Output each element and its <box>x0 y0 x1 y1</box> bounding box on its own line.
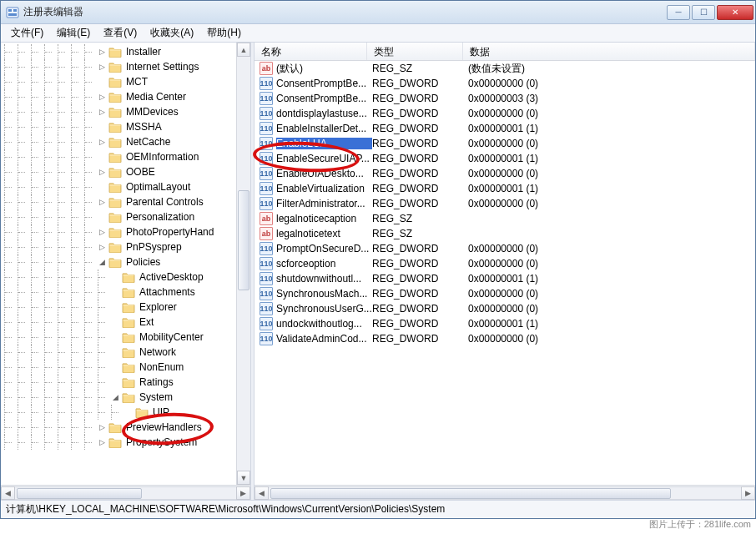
value-name: undockwithoutlog... <box>276 318 372 330</box>
tree-item[interactable]: UIP... <box>1 405 250 420</box>
maximize-button[interactable]: ☐ <box>692 5 715 20</box>
expand-icon[interactable]: ▷ <box>98 243 107 252</box>
menu-edit[interactable]: 编辑(E) <box>50 24 97 42</box>
menu-view[interactable]: 查看(V) <box>97 24 144 42</box>
expand-icon[interactable]: ▷ <box>98 93 107 102</box>
list-item[interactable]: 110SynchronousMach...REG_DWORD0x00000000… <box>255 286 755 301</box>
value-name: (默认) <box>276 62 372 76</box>
tree-hscroll[interactable]: ◀ ▶ <box>1 485 250 500</box>
menu-file[interactable]: 文件(F) <box>4 24 50 42</box>
list-item[interactable]: 110ConsentPromptBe...REG_DWORD0x00000000… <box>255 76 755 91</box>
minimize-button[interactable]: ─ <box>667 5 690 20</box>
tree-item[interactable]: ▷MMDevices <box>1 104 250 119</box>
list-item[interactable]: 110EnableLUAREG_DWORD0x00000000 (0) <box>255 136 755 151</box>
collapse-icon[interactable]: ◢ <box>98 258 107 267</box>
list-item[interactable]: 110FilterAdministrator...REG_DWORD0x0000… <box>255 196 755 211</box>
list-item[interactable]: 110EnableVirtualizationREG_DWORD0x000000… <box>255 181 755 196</box>
expand-icon[interactable]: ▷ <box>98 438 107 447</box>
tree-item[interactable]: Personalization <box>1 209 250 224</box>
tree-item-label: Ratings <box>138 376 175 388</box>
tree-vscroll[interactable]: ▲ ▼ <box>236 43 250 485</box>
tree-item[interactable]: ▷Media Center <box>1 89 250 104</box>
list-item[interactable]: 110EnableSecureUIAP...REG_DWORD0x0000000… <box>255 151 755 166</box>
tree-item[interactable]: ▷PropertySystem <box>1 435 250 450</box>
list-item[interactable]: 110undockwithoutlog...REG_DWORD0x0000000… <box>255 316 755 331</box>
tree-item[interactable]: ▷PnPSysprep <box>1 239 250 254</box>
tree-item[interactable]: ▷Parental Controls <box>1 194 250 209</box>
tree-item[interactable]: MobilityCenter <box>1 330 250 345</box>
expand-icon[interactable]: ▷ <box>98 228 107 237</box>
value-data: (数值未设置) <box>468 62 755 76</box>
dword-value-icon: 110 <box>260 272 273 285</box>
tree-hscroll-thumb[interactable] <box>17 488 142 499</box>
tree-item[interactable]: OEMInformation <box>1 149 250 164</box>
tree-item[interactable]: Ratings <box>1 375 250 390</box>
tree-item[interactable]: ▷PhotoPropertyHand <box>1 224 250 239</box>
dword-value-icon: 110 <box>260 242 273 255</box>
value-data: 0x00000000 (0) <box>468 168 755 179</box>
list-item[interactable]: 110SynchronousUserG...REG_DWORD0x0000000… <box>255 301 755 316</box>
expand-icon[interactable]: ▷ <box>98 168 107 177</box>
tree-item[interactable]: Network <box>1 345 250 360</box>
list-hscroll[interactable]: ◀ ▶ <box>255 485 755 500</box>
close-button[interactable]: ✕ <box>717 5 753 20</box>
scroll-down-icon[interactable]: ▼ <box>237 471 250 485</box>
tree-item[interactable]: ▷PreviewHandlers <box>1 420 250 435</box>
tree-item[interactable]: MSSHA <box>1 119 250 134</box>
expand-icon[interactable]: ▷ <box>98 423 107 432</box>
collapse-icon[interactable]: ◢ <box>111 393 120 402</box>
list-item[interactable]: 110ConsentPromptBe...REG_DWORD0x00000003… <box>255 91 755 106</box>
tree-vscroll-thumb[interactable] <box>238 190 249 290</box>
scroll-left-icon[interactable]: ◀ <box>255 486 269 500</box>
col-name[interactable]: 名称 <box>255 43 367 60</box>
expand-icon[interactable]: ▷ <box>98 108 107 117</box>
tree-item-label: OEMInformation <box>124 151 200 163</box>
value-type: REG_DWORD <box>372 243 468 254</box>
list-item[interactable]: 110EnableInstallerDet...REG_DWORD0x00000… <box>255 121 755 136</box>
tree-item[interactable]: MCT <box>1 74 250 89</box>
tree-item[interactable]: NonEnum <box>1 360 250 375</box>
value-type: REG_DWORD <box>372 153 468 164</box>
expand-icon[interactable]: ▷ <box>98 63 107 72</box>
tree-item[interactable]: Attachments <box>1 285 250 300</box>
value-type: REG_DWORD <box>372 138 468 149</box>
tree-item[interactable]: ◢Policies <box>1 254 250 270</box>
tree-item-label: Ext <box>138 316 155 328</box>
list-item[interactable]: ablegalnoticecaptionREG_SZ <box>255 211 755 226</box>
value-data: 0x00000000 (0) <box>468 198 755 209</box>
titlebar[interactable]: 注册表编辑器 ─ ☐ ✕ <box>1 1 755 24</box>
list-item[interactable]: 110EnableUIADeskto...REG_DWORD0x00000000… <box>255 166 755 181</box>
expand-icon[interactable]: ▷ <box>98 138 107 147</box>
col-data[interactable]: 数据 <box>463 43 755 60</box>
tree-item[interactable]: ▷Installer <box>1 44 250 59</box>
tree-item[interactable]: ▷Internet Settings <box>1 59 250 74</box>
list-item[interactable]: 110ValidateAdminCod...REG_DWORD0x0000000… <box>255 331 755 346</box>
list-item[interactable]: 110scforceoptionREG_DWORD0x00000000 (0) <box>255 256 755 271</box>
col-type[interactable]: 类型 <box>367 43 463 60</box>
tree-item[interactable]: ◢System <box>1 390 250 405</box>
list-item[interactable]: ablegalnoticetextREG_SZ <box>255 226 755 241</box>
dword-value-icon: 110 <box>260 152 273 165</box>
menubar: 文件(F) 编辑(E) 查看(V) 收藏夹(A) 帮助(H) <box>1 24 755 43</box>
list-item[interactable]: 110dontdisplaylastuse...REG_DWORD0x00000… <box>255 106 755 121</box>
scroll-left-icon[interactable]: ◀ <box>1 486 15 500</box>
list-item[interactable]: 110PromptOnSecureD...REG_DWORD0x00000000… <box>255 241 755 256</box>
folder-icon <box>122 271 135 283</box>
tree-item[interactable]: ▷OOBE <box>1 164 250 179</box>
expand-icon[interactable]: ▷ <box>98 48 107 57</box>
tree-item-label: ActiveDesktop <box>138 271 205 283</box>
list-item[interactable]: 110shutdownwithoutl...REG_DWORD0x0000000… <box>255 271 755 286</box>
tree-item[interactable]: Ext <box>1 315 250 330</box>
list-hscroll-thumb[interactable] <box>270 488 671 499</box>
tree-item[interactable]: OptimalLayout <box>1 179 250 194</box>
menu-help[interactable]: 帮助(H) <box>200 24 248 42</box>
tree-item[interactable]: Explorer <box>1 300 250 315</box>
tree-item[interactable]: ▷NetCache <box>1 134 250 149</box>
menu-favorites[interactable]: 收藏夹(A) <box>144 24 200 42</box>
list-item[interactable]: ab(默认)REG_SZ(数值未设置) <box>255 61 755 76</box>
scroll-up-icon[interactable]: ▲ <box>237 43 250 57</box>
scroll-right-icon[interactable]: ▶ <box>741 486 755 500</box>
tree-item[interactable]: ActiveDesktop <box>1 270 250 285</box>
scroll-right-icon[interactable]: ▶ <box>236 486 250 500</box>
expand-icon[interactable]: ▷ <box>98 198 107 207</box>
